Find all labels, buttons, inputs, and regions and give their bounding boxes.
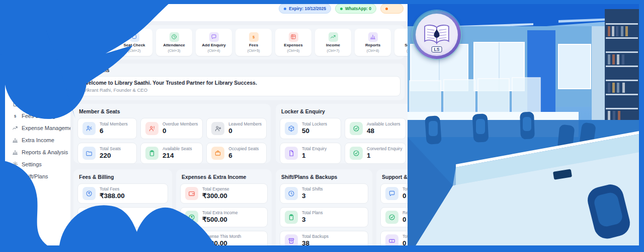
clipboard-icon xyxy=(145,147,158,160)
sidebar-item-dashboard[interactable]: Dashboard xyxy=(12,40,49,46)
panel-title: Member & Seats xyxy=(79,108,271,114)
stat-total-shifts: Total Shifts3 xyxy=(280,183,368,204)
action-label: Add Enquiry xyxy=(202,43,226,47)
document-icon xyxy=(285,147,298,160)
member-icon xyxy=(83,122,96,135)
quick-action-seat-check[interactable]: Seat Check (Ctrl+2) xyxy=(116,29,152,56)
stat-total-tickets: Total Tickets0 xyxy=(380,231,408,245)
back-icon: ‹ xyxy=(74,9,76,17)
stat-label: Occupied Seats xyxy=(228,146,259,152)
sidebar-item-enquiry-management[interactable]: Enquiry Management xyxy=(12,101,74,107)
action-label: Fees xyxy=(249,43,258,47)
action-shortcut: (Ctrl+6) xyxy=(287,48,299,53)
quick-action-expenses[interactable]: Expenses (Ctrl+6) xyxy=(275,29,311,56)
stat-value: 6 xyxy=(228,152,259,160)
dot-icon xyxy=(385,8,388,10)
quick-action-hidden[interactable] xyxy=(76,29,113,56)
stat-value: 0 xyxy=(163,127,198,136)
open-book-icon xyxy=(423,24,451,46)
expenses-extra-income-panel: Expenses & Extra Income Total Expense₹30… xyxy=(176,169,272,245)
stat-total-expense: Total Expense₹300.00 xyxy=(180,183,268,204)
dot-icon xyxy=(340,8,343,10)
quick-action-reports[interactable]: Reports (Ctrl+8) xyxy=(355,29,391,56)
stat-label: Total Expense xyxy=(202,186,229,192)
attendance-icon xyxy=(170,32,179,42)
person-plus-icon xyxy=(211,122,224,135)
notification-item[interactable]: Welcome to Library Saathi. Your Trusted … xyxy=(77,76,400,96)
stat-value: 38 xyxy=(302,239,329,245)
action-shortcut: (Ctrl+3) xyxy=(168,48,180,53)
folder-icon xyxy=(83,147,96,160)
stat-label: Total Enquiry xyxy=(302,146,327,152)
stat-available-seats: Available Seats214 xyxy=(140,143,203,164)
stat-value: ₹500.00 xyxy=(202,216,237,224)
stat-occupied-seats: Occupied Seats6 xyxy=(206,143,267,164)
sidebar-item-attendance[interactable]: Attendance xyxy=(12,77,50,83)
expenses-icon xyxy=(289,32,298,42)
quick-action-add-enquiry[interactable]: Add Enquiry (Ctrl+4) xyxy=(196,29,232,56)
dot-icon xyxy=(284,8,286,10)
sidebar-item-label: Fees & Billing xyxy=(22,113,55,119)
sidebar-item-label: Reports & Analysis xyxy=(22,149,68,155)
action-label: Expenses xyxy=(284,43,302,47)
quick-action-settings[interactable]: Settings (Ctrl+9) xyxy=(394,29,408,56)
sidebar-item-locker-management[interactable]: Locker Management xyxy=(12,65,72,71)
panel-title: Support & Feedback xyxy=(382,174,408,180)
sidebar-item-expense-management[interactable]: Expense Management xyxy=(12,125,77,131)
action-shortcut: (Ctrl+2) xyxy=(128,48,140,53)
logo-inner: LS xyxy=(416,14,458,56)
stat-available-lockers: Available Lockers48 xyxy=(345,118,406,139)
stat-value: ₹300.00 xyxy=(202,239,241,245)
bar-chart-icon xyxy=(368,32,378,42)
wallet-icon xyxy=(185,187,198,200)
logo-initials: LS xyxy=(432,46,442,52)
sidebar-item-extra-income[interactable]: Extra Income xyxy=(12,137,54,143)
stat-total-members: Total Members6 xyxy=(77,118,137,139)
stat-total-seats: Total Seats220 xyxy=(77,143,137,164)
main-content: Seat Check (Ctrl+2) Attendance (Ctrl+3) … xyxy=(70,21,408,245)
quick-action-attendance[interactable]: Attendance (Ctrl+3) xyxy=(156,29,192,56)
wallet-icon xyxy=(185,234,198,245)
library-saathi-dashboard: { "app": {"accent": "#1d6fd8"}, "header"… xyxy=(0,0,644,252)
stat-label: Overdue Members xyxy=(163,121,198,127)
sidebar-item-label: Locker Management xyxy=(22,65,72,71)
stat-leaved-members: Leaved Members0 xyxy=(206,118,267,139)
back-button[interactable]: ‹ xyxy=(70,8,80,18)
quick-action-fees[interactable]: Fees (Ctrl+5) xyxy=(235,29,272,56)
stat-label: Resolved xyxy=(403,210,408,216)
dollar-icon xyxy=(249,32,259,42)
quick-action-income[interactable]: Income (Ctrl+7) xyxy=(315,29,351,56)
stat-label: Available Seats xyxy=(163,146,192,152)
sidebar-item-label: Expense Management xyxy=(22,125,77,131)
sidebar-item-shift-plans[interactable]: Shift/Plans xyxy=(12,173,48,179)
trend-up-icon xyxy=(329,32,338,42)
sidebar-item-settings[interactable]: Settings xyxy=(12,161,42,167)
sidebar-item-seat-management[interactable]: Seat Management xyxy=(12,52,67,58)
stat-label: Total Backups xyxy=(302,234,329,239)
stat-value: 3 xyxy=(302,192,323,201)
action-label: Attendance xyxy=(163,43,185,47)
seat-check-icon xyxy=(130,32,139,42)
stat-label: Total Extra Income xyxy=(202,210,237,216)
panel-toggle-button[interactable] xyxy=(83,8,93,18)
check-circle-icon xyxy=(350,147,363,160)
action-shortcut: (Ctrl+5) xyxy=(247,48,260,53)
stat-value: 3 xyxy=(302,216,323,224)
action-shortcut: (Ctrl+7) xyxy=(327,48,339,53)
check-circle-icon xyxy=(385,211,398,224)
stat-total-extra-income: Total Extra Income₹500.00 xyxy=(180,207,268,227)
stat-label: Total Seats xyxy=(100,146,121,152)
action-label: Seat Check xyxy=(123,43,145,47)
sidebar-item-fees-billing[interactable]: Fees & Billing xyxy=(12,113,55,119)
stat-value: 0 xyxy=(403,216,408,224)
stat-hidden xyxy=(77,207,168,227)
panel-title: Shift/Plans & Backups xyxy=(281,174,372,180)
stat-label: Expense This Month xyxy=(202,234,241,239)
sidebar-item-label: Settings xyxy=(22,161,42,167)
shift-plans-backups-panel: Shift/Plans & Backups Total Shifts3 Tota… xyxy=(276,169,372,245)
stat-converted-enquiry: Converted Enquiry1 xyxy=(345,143,406,164)
sidebar-item-reports-analysis[interactable]: Reports & Analysis xyxy=(12,149,68,155)
sidebar-item-id-card[interactable]: ID Card xyxy=(12,89,41,95)
ticket-icon xyxy=(385,234,398,245)
stat-label: Total Feedback xyxy=(403,186,408,192)
